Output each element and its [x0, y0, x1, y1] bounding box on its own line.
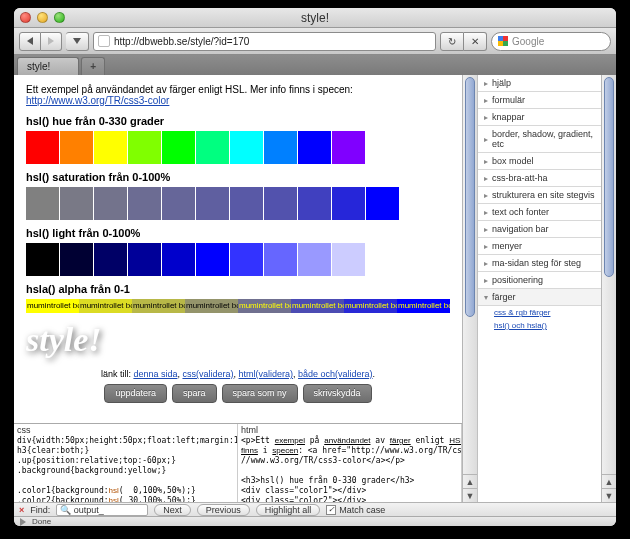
row-light: [26, 243, 450, 276]
action-button[interactable]: skrivskydda: [303, 384, 372, 403]
logo: style!: [26, 321, 450, 359]
browser-window: style! http://dbwebb.se/style/?id=170 ↻ …: [14, 8, 616, 526]
code-split: css div{width:50px;height:50px;float:lef…: [14, 423, 462, 502]
forward-button[interactable]: [41, 32, 62, 51]
sidebar-item-label: menyer: [492, 241, 522, 251]
status-toggle-icon[interactable]: [20, 518, 26, 526]
meta-link[interactable]: denna sida: [133, 369, 177, 379]
row-sat: [26, 187, 450, 220]
scroll-thumb[interactable]: [465, 77, 475, 317]
scrollbar-main[interactable]: ▲ ▼: [462, 75, 477, 502]
stop-button[interactable]: ✕: [464, 32, 487, 51]
sidebar-item[interactable]: ▸positionering: [478, 272, 601, 289]
chevron-right-icon: [48, 37, 54, 45]
titlebar[interactable]: style!: [14, 8, 616, 28]
sidebar-item[interactable]: ▸text och fonter: [478, 204, 601, 221]
sidebar-item-label: strukturera en site stegvis: [492, 190, 595, 200]
action-button[interactable]: spara: [172, 384, 217, 403]
sidebar-subitem[interactable]: css & rgb färger: [478, 306, 601, 319]
scroll-down-icon[interactable]: ▼: [463, 488, 477, 502]
reload-button[interactable]: ↻: [440, 32, 464, 51]
scrollbar-sidebar[interactable]: ▲ ▼: [601, 75, 616, 502]
tab-add[interactable]: +: [81, 57, 105, 75]
sidebar-item[interactable]: ▸strukturera en site stegvis: [478, 187, 601, 204]
sidebar-item[interactable]: ▸ma-sidan steg för steg: [478, 255, 601, 272]
chevron-icon: ▸: [484, 276, 488, 285]
sidebar-item-label: border, shadow, gradient, etc: [492, 129, 595, 149]
sidebar-item-label: färger: [492, 292, 516, 302]
sidebar-item-label: text och fonter: [492, 207, 549, 217]
action-button[interactable]: spara som ny: [222, 384, 298, 403]
find-highlight-button[interactable]: Highlight all: [256, 504, 321, 516]
tab-strip: style! +: [14, 55, 616, 75]
sidebar-item[interactable]: ▸border, shadow, gradient, etc: [478, 126, 601, 153]
color-swatch: [94, 243, 127, 276]
action-button[interactable]: uppdatera: [104, 384, 167, 403]
traffic-lights: [20, 12, 65, 23]
color-swatch: [162, 131, 195, 164]
css-code[interactable]: div{width:50px;height:50px;float:left;ma…: [14, 436, 237, 502]
scroll-up-icon[interactable]: ▲: [463, 474, 477, 488]
chevron-icon: ▸: [484, 113, 488, 122]
tab-style[interactable]: style!: [17, 57, 79, 75]
sidebar-item[interactable]: ▸knappar: [478, 109, 601, 126]
sidebar-item[interactable]: ▸menyer: [478, 238, 601, 255]
sidebar-item[interactable]: ▸box model: [478, 153, 601, 170]
url-text: http://dbwebb.se/style/?id=170: [114, 36, 249, 47]
html-code[interactable]: <p>Ett exempel på användandet av färger …: [238, 436, 461, 502]
find-prev-button[interactable]: Previous: [197, 504, 250, 516]
sidebar-item[interactable]: ▾färger: [478, 289, 601, 306]
color-swatch: [264, 131, 297, 164]
color-swatch: [26, 187, 59, 220]
minimize-icon[interactable]: [37, 12, 48, 23]
scroll-thumb[interactable]: [604, 77, 614, 277]
find-input[interactable]: 🔍 output_: [56, 504, 148, 516]
alpha-segment: mumintrollet bor i mumindalen,: [397, 299, 450, 313]
row-hue: [26, 131, 450, 164]
find-next-button[interactable]: Next: [154, 504, 191, 516]
chevron-icon: ▸: [484, 208, 488, 217]
sidebar-subitem[interactable]: hsl() och hsla(): [478, 319, 601, 332]
findbar-close-icon[interactable]: ×: [19, 505, 24, 515]
color-swatch: [264, 243, 297, 276]
meta-link[interactable]: html(validera): [239, 369, 294, 379]
chevron-icon: ▸: [484, 135, 488, 144]
intro-link[interactable]: http://www.w3.org/TR/css3-color: [26, 95, 169, 106]
find-label: Find:: [30, 505, 50, 515]
content: Ett exempel på användandet av färger enl…: [14, 75, 616, 502]
zoom-icon[interactable]: [54, 12, 65, 23]
match-case-checkbox[interactable]: ✓Match case: [326, 505, 385, 515]
sidebar-item-label: positionering: [492, 275, 543, 285]
color-swatch: [128, 243, 161, 276]
scroll-up-icon[interactable]: ▲: [602, 474, 616, 488]
sidebar-item-label: knappar: [492, 112, 525, 122]
sidebar-item[interactable]: ▸hjälp: [478, 75, 601, 92]
alpha-segment: mumintrollet bor i mumindalen,: [132, 299, 185, 313]
sidebar-item[interactable]: ▸css-bra-att-ha: [478, 170, 601, 187]
meta-link[interactable]: både och(validera): [298, 369, 373, 379]
meta-link[interactable]: css(validera): [182, 369, 233, 379]
status-done: Done: [32, 517, 51, 526]
close-icon[interactable]: [20, 12, 31, 23]
link-bar: länk till: denna sida, css(validera), ht…: [26, 369, 450, 379]
back-button[interactable]: [19, 32, 41, 51]
chevron-icon: ▸: [484, 96, 488, 105]
recent-button[interactable]: [66, 32, 89, 51]
color-swatch: [264, 187, 297, 220]
favicon-icon: [98, 35, 110, 47]
sidebar-item[interactable]: ▸formulär: [478, 92, 601, 109]
color-swatch: [230, 131, 263, 164]
url-bar[interactable]: http://dbwebb.se/style/?id=170: [93, 32, 436, 51]
sidebar-item[interactable]: ▸navigation bar: [478, 221, 601, 238]
sidebar-item-label: css-bra-att-ha: [492, 173, 548, 183]
css-pane[interactable]: css div{width:50px;height:50px;float:lef…: [14, 424, 238, 502]
status-bar: Done: [14, 516, 616, 526]
intro-text: Ett exempel på användandet av färger enl…: [26, 84, 450, 106]
color-swatch: [196, 243, 229, 276]
color-swatch: [332, 243, 365, 276]
html-pane[interactable]: html <p>Ett exempel på användandet av fä…: [238, 424, 462, 502]
scroll-down-icon[interactable]: ▼: [602, 488, 616, 502]
search-placeholder: Google: [512, 36, 544, 47]
chevron-icon: ▸: [484, 79, 488, 88]
search-input[interactable]: Google: [491, 32, 611, 51]
